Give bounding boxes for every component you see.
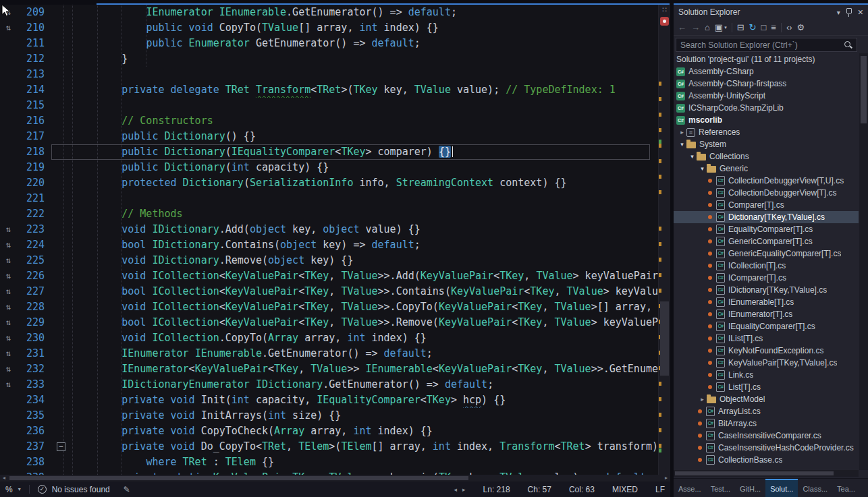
overrides-margin-icon[interactable]: ⇅ <box>0 330 16 346</box>
tree-item[interactable]: Solution 'project-gui' (11 of 11 project… <box>674 53 859 65</box>
editor-line[interactable]: ⇅227 bool ICollection<KeyValuePair<TKey,… <box>0 284 658 299</box>
back-button-icon[interactable]: ← <box>678 23 686 32</box>
forward-button-icon[interactable]: → <box>691 23 700 32</box>
expander-icon[interactable]: ▾ <box>698 165 707 172</box>
tree-vscrollbar-thumb[interactable] <box>861 56 867 123</box>
panel-tab-asse[interactable]: Asse... <box>674 479 706 497</box>
collapse-all-button-icon[interactable]: ⊟ <box>737 23 744 32</box>
close-icon[interactable]: × <box>858 7 863 17</box>
tree-item[interactable]: C#IList[T].cs <box>674 332 859 345</box>
tree-item[interactable]: C#CollectionDebuggerView[T].cs <box>674 187 859 199</box>
tree-vertical-scrollbar[interactable] <box>859 53 868 470</box>
code-editor[interactable]: ⇅209 IEnumerator IEnumerable.GetEnumerat… <box>0 5 670 475</box>
refresh-button-icon[interactable]: ↻ <box>749 23 757 32</box>
status-next-icon[interactable]: ▸ <box>462 486 466 493</box>
editor-line[interactable]: 212 } <box>0 51 658 67</box>
overrides-margin-icon[interactable]: ⇅ <box>0 222 16 237</box>
tree-item[interactable]: ▸≡References <box>674 126 859 138</box>
panel-title-bar[interactable]: Solution Explorer ▾ × <box>674 5 868 20</box>
show-all-files-button-icon[interactable]: □ <box>761 23 766 32</box>
window-menu-icon[interactable]: ▾ <box>837 9 840 16</box>
expander-icon[interactable]: ▸ <box>698 396 707 403</box>
expander-icon[interactable]: ▸ <box>678 129 686 136</box>
overrides-margin-icon[interactable]: ⇅ <box>0 299 16 315</box>
tree-item[interactable]: C#ArrayList.cs <box>674 405 859 417</box>
tree-item[interactable]: C#KeyValuePair[TKey,TValue].cs <box>674 357 859 369</box>
tree-item[interactable]: C#mscorlib <box>674 114 859 126</box>
tree-item[interactable]: ▸ObjectModel <box>674 393 859 405</box>
tree-item[interactable]: C#BitArray.cs <box>674 417 859 430</box>
overrides-margin-icon[interactable]: ⇅ <box>0 284 16 299</box>
tree-item[interactable]: ▾Collections <box>674 150 859 163</box>
tree-item[interactable]: C#ICSharpCode.SharpZipLib <box>674 102 859 114</box>
tree-item[interactable]: C#IEnumerable[T].cs <box>674 296 859 308</box>
tree-item[interactable]: C#CaseInsensitiveHashCodeProvider.cs <box>674 442 859 454</box>
settings-button-icon[interactable]: ⚙ <box>797 23 805 32</box>
tree-item[interactable]: ▾Generic <box>674 163 859 175</box>
editor-line[interactable]: 237− private void Do_CopyTo<TRet, TElem>… <box>0 439 658 455</box>
expander-icon[interactable]: ▾ <box>688 153 697 160</box>
editor-line[interactable]: ⇅228 void ICollection<KeyValuePair<TKey,… <box>0 299 658 315</box>
editor-line[interactable]: ⇅231 IEnumerator IEnumerable.GetEnumerat… <box>0 346 658 361</box>
tree-item[interactable]: C#Comparer[T].cs <box>674 199 859 211</box>
pin-icon[interactable] <box>846 8 852 13</box>
tree-item[interactable]: C#IDictionary[TKey,TValue].cs <box>674 284 859 296</box>
tree-item[interactable]: C#List[T].cs <box>674 381 859 393</box>
tree-hscrollbar-thumb[interactable] <box>675 471 834 475</box>
editor-line[interactable]: 236 private void CopyToCheck(Array array… <box>0 423 658 439</box>
tree-item[interactable]: C#IEqualityComparer[T].cs <box>674 320 859 332</box>
panel-tab-class[interactable]: Class... <box>798 479 832 497</box>
properties-button-icon[interactable]: ≡ <box>771 23 776 32</box>
panel-tab-solut[interactable]: Solut... <box>765 479 798 497</box>
editor-horizontal-scrollbar[interactable]: ◂ ▸ <box>0 475 670 481</box>
editor-line[interactable]: 211 public Enumerator GetEnumerator() =>… <box>0 36 658 51</box>
scrollbar-split-handle-icon[interactable]: ∷ <box>659 5 670 15</box>
overrides-margin-icon[interactable]: ⇅ <box>0 346 16 361</box>
editor-line[interactable]: 215 <box>0 98 658 113</box>
panel-tab-tea[interactable]: Tea... <box>832 479 860 497</box>
expander-icon[interactable]: ▾ <box>678 141 686 148</box>
view-code-button-icon[interactable]: ‹› <box>786 23 792 32</box>
editor-line[interactable]: 222 // Methods <box>0 206 658 222</box>
panel-tab-test[interactable]: Test... <box>706 479 735 497</box>
editor-line[interactable]: ⇅226 void ICollection<KeyValuePair<TKey,… <box>0 268 658 284</box>
overrides-margin-icon[interactable]: ⇅ <box>0 377 16 392</box>
editor-line[interactable]: 239 private static KeyValuePair<TKey, TV… <box>0 470 658 475</box>
overrides-margin-icon[interactable]: ⇅ <box>0 315 16 330</box>
tree-horizontal-scrollbar[interactable] <box>674 470 859 477</box>
tree-item[interactable]: ▾System <box>674 138 859 150</box>
editor-line[interactable]: ⇅223 void IDictionary.Add(object key, ob… <box>0 222 658 237</box>
tree-item[interactable]: C#ICollection[T].cs <box>674 260 859 272</box>
tree-item[interactable]: C#Link.cs <box>674 369 859 381</box>
editor-line[interactable]: ⇅230 void ICollection.CopyTo(Array array… <box>0 330 658 346</box>
dropdown-caret-icon[interactable]: ▾ <box>724 25 727 30</box>
editor-line[interactable]: 216 // Constructors <box>0 113 658 129</box>
vertical-scrollbar-thumb[interactable] <box>660 301 669 376</box>
tree-item[interactable]: C#CaseInsensitiveComparer.cs <box>674 430 859 442</box>
tree-item[interactable]: C#GenericComparer[T].cs <box>674 235 859 247</box>
editor-line[interactable]: 214 private delegate TRet Transform<TRet… <box>0 82 658 98</box>
editor-vertical-scrollbar[interactable]: ∷ <box>658 5 670 475</box>
scroll-right-arrow-icon[interactable]: ▸ <box>662 475 670 481</box>
issues-status[interactable]: No issues found <box>52 485 110 494</box>
editor-line[interactable]: 219 public Dictionary(int capacity) {} <box>0 160 658 175</box>
horizontal-scrollbar-thumb[interactable] <box>9 476 468 480</box>
panel-tab-gith[interactable]: GitH... <box>735 479 765 497</box>
tree-item[interactable]: C#EqualityComparer[T].cs <box>674 223 859 235</box>
editor-line[interactable]: ⇅233 IDictionaryEnumerator IDictionary.G… <box>0 377 658 392</box>
tree-item[interactable]: C#IEnumerator[T].cs <box>674 308 859 320</box>
editor-line[interactable]: 238 where TRet : TElem {} <box>0 455 658 470</box>
editor-line[interactable]: ⇅210 public void CopyTo(TValue[] array, … <box>0 20 658 36</box>
editor-line[interactable]: ⇅209 IEnumerator IEnumerable.GetEnumerat… <box>0 5 658 20</box>
editor-line[interactable]: ⇅224 bool IDictionary.Contains(object ke… <box>0 237 658 253</box>
scroll-left-arrow-icon[interactable]: ◂ <box>0 475 8 481</box>
editor-line[interactable]: 235 private void InitArrays(int size) {} <box>0 408 658 423</box>
tree-item[interactable]: C#Dictionary[TKey,TValue].cs <box>674 211 859 223</box>
overrides-margin-icon[interactable]: ⇅ <box>0 268 16 284</box>
editor-line[interactable]: 218 public Dictionary(IEqualityComparer<… <box>0 144 658 160</box>
zoom-select[interactable]: % <box>5 485 13 494</box>
tree-item[interactable]: C#CollectionDebuggerView[T,U].cs <box>674 175 859 187</box>
editor-line[interactable]: ⇅225 void IDictionary.Remove(object key)… <box>0 253 658 268</box>
overrides-margin-icon[interactable]: ⇅ <box>0 361 16 377</box>
tree-item[interactable]: C#Assembly-CSharp-firstpass <box>674 78 859 90</box>
